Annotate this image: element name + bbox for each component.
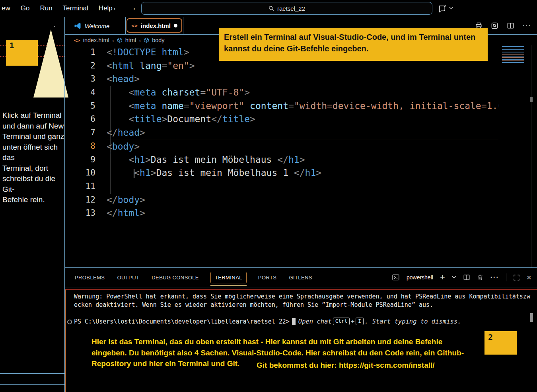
- annotation-top-line1: Erstell ein Terminal auf Visual-Studio-C…: [224, 31, 488, 43]
- panel-tab-debug-console[interactable]: DEBUG CONSOLE: [151, 272, 200, 283]
- panel-header: PROBLEMSOUTPUTDEBUG CONSOLETERMINALPORTS…: [64, 267, 537, 287]
- breadcrumb-body[interactable]: body: [152, 37, 164, 43]
- terminal-scrollbar-thumb[interactable]: [530, 313, 533, 322]
- code-line[interactable]: <h1>Das ist mein Möbelhaus 1 </h1>: [107, 166, 498, 180]
- command-center-search[interactable]: raetsel_22: [141, 2, 432, 15]
- back-arrow-icon[interactable]: ←: [112, 3, 121, 12]
- line-number: 4: [64, 86, 95, 99]
- code-line[interactable]: </head>: [107, 126, 498, 140]
- menu-item-terminal[interactable]: Terminal: [58, 4, 93, 12]
- minimap[interactable]: [502, 46, 524, 64]
- line-number: 13: [64, 207, 95, 220]
- more-icon[interactable]: ···: [490, 274, 499, 281]
- annotation-note-top: Erstell ein Terminal auf Visual-Studio-C…: [219, 28, 488, 61]
- search-value: raetsel_22: [277, 5, 305, 12]
- divider: [506, 273, 506, 281]
- close-panel-icon[interactable]: ×: [527, 273, 531, 281]
- more-actions-icon[interactable]: ···: [523, 22, 531, 29]
- line-number: 3: [64, 72, 95, 86]
- annotation-left-line: Terminal, dort: [2, 163, 69, 174]
- code-line[interactable]: [107, 180, 498, 193]
- left-strip-line: [0, 384, 64, 385]
- maximize-panel-icon[interactable]: [513, 274, 520, 281]
- tab-welcome[interactable]: Welcome: [68, 20, 115, 32]
- vscode-logo-icon: [74, 22, 81, 29]
- code-line[interactable]: <title>Document</title>: [107, 113, 498, 126]
- code-lines[interactable]: <!DOCTYPE html><html lang="en"><head> <m…: [107, 46, 498, 220]
- modified-dot-icon[interactable]: [174, 24, 177, 27]
- annotation-note-left: Klick auf Terminalund dann auf NewTermin…: [2, 110, 69, 205]
- copilot-button[interactable]: [438, 4, 453, 13]
- code-line[interactable]: <meta name="viewport" content="width=dev…: [107, 99, 498, 113]
- menu-bar: ewGoRunTerminalHelp ← → raetsel_22: [0, 0, 537, 17]
- line-number: 2: [64, 59, 95, 73]
- prompt-marker-icon: [67, 320, 72, 324]
- annotation-left-line: und dann auf New: [2, 121, 69, 132]
- split-terminal-icon[interactable]: [463, 274, 470, 281]
- sidebar-divider[interactable]: [64, 17, 65, 392]
- symbol-cube-icon: [144, 37, 149, 43]
- callout-box-1: 1: [6, 40, 38, 66]
- code-line[interactable]: <html lang="en">: [107, 59, 498, 73]
- search-editor-icon[interactable]: [491, 22, 498, 29]
- symbol-cube-icon: [117, 37, 123, 43]
- annotation-left-line: schreibst du die Git-: [2, 174, 69, 195]
- panel-tab-output[interactable]: OUTPUT: [116, 272, 140, 283]
- forward-arrow-icon[interactable]: →: [128, 3, 137, 12]
- menu-item-ew[interactable]: ew: [0, 4, 16, 12]
- terminal-area[interactable]: Warnung: PowerShell hat erkannt, dass Si…: [65, 289, 537, 392]
- code-tag-icon: <>: [74, 37, 80, 43]
- breadcrumb-file[interactable]: index.html: [83, 37, 109, 43]
- annotation-left-line: Terminal und ganz: [2, 131, 69, 142]
- trash-icon[interactable]: [477, 274, 484, 281]
- callout-2-label: 2: [488, 332, 517, 342]
- terminal-scrollbar-track[interactable]: [532, 290, 532, 392]
- new-terminal-icon[interactable]: +: [440, 273, 445, 281]
- menu-item-run[interactable]: Run: [35, 4, 57, 12]
- annotation-left-line: unten öffnet sich das: [2, 142, 69, 163]
- terminal-prompt: PS C:\Users\losti\Documents\developer\li…: [74, 318, 290, 325]
- copilot-icon: [438, 4, 447, 13]
- code-line[interactable]: <head>: [107, 72, 498, 86]
- code-line[interactable]: </body>: [107, 193, 498, 207]
- hint-plus: +: [351, 318, 354, 325]
- code-line[interactable]: </html>: [107, 207, 498, 220]
- shell-label[interactable]: powershell: [407, 274, 433, 281]
- panel-tabs: PROBLEMSOUTPUTDEBUG CONSOLETERMINALPORTS…: [74, 272, 313, 283]
- menu-items: ewGoRunTerminalHelp: [0, 0, 118, 17]
- code-line[interactable]: <h1>Das ist mein Möbelhaus </h1>: [107, 153, 498, 167]
- editor-scrollbar-thumb[interactable]: [530, 97, 533, 102]
- tab-index-label: index.html: [141, 22, 171, 29]
- arrow-up-triangle: [33, 29, 68, 98]
- callout-1-label: 1: [10, 41, 38, 50]
- tab-welcome-label: Welcome: [85, 23, 109, 29]
- code-editor[interactable]: 12345678910111213 <!DOCTYPE html><html l…: [64, 45, 537, 267]
- chevron-right-icon: ›: [112, 37, 114, 44]
- powershell-terminal-icon: [392, 273, 400, 281]
- panel-tab-ports[interactable]: PORTS: [257, 272, 278, 283]
- menu-item-go[interactable]: Go: [16, 4, 35, 12]
- git-download-note: Git bekommst du hier: https://git-scm.co…: [257, 361, 435, 370]
- panel-tab-terminal[interactable]: TERMINAL: [210, 272, 247, 283]
- keycap-i: I: [356, 318, 364, 325]
- code-tag-icon: <>: [131, 23, 138, 29]
- chevron-down-icon[interactable]: [452, 276, 456, 279]
- keycap-ctrl: Ctrl: [333, 318, 350, 325]
- editor-scrollbar-track[interactable]: [531, 45, 531, 267]
- split-editor-icon[interactable]: [507, 22, 514, 29]
- annotation-left-area: 1 Klick auf Terminalund dann auf NewTerm…: [0, 17, 64, 267]
- breadcrumb[interactable]: <> index.html › html › body: [74, 35, 165, 45]
- breadcrumb-html[interactable]: html: [125, 37, 136, 43]
- tab-index-html[interactable]: <> index.html: [126, 18, 182, 33]
- panel-tab-gitlens[interactable]: GITLENS: [288, 272, 313, 283]
- annotation-left-line: Klick auf Terminal: [2, 110, 69, 121]
- terminal-warning-line2: ecken deaktiviert. Wenn Sie es wieder ak…: [74, 301, 433, 308]
- annotation-left-line: Befehle rein.: [2, 195, 69, 205]
- terminal-prompt-row[interactable]: PS C:\Users\losti\Documents\developer\li…: [74, 318, 461, 325]
- terminal-warning-line1: Warnung: PowerShell hat erkannt, dass Si…: [74, 293, 530, 300]
- hint-open-chat: Open chat: [298, 318, 332, 325]
- code-line[interactable]: <meta charset="UTF-8">: [107, 86, 498, 99]
- search-icon: [268, 6, 274, 11]
- code-line[interactable]: <body>: [107, 140, 498, 153]
- panel-tab-problems[interactable]: PROBLEMS: [74, 272, 105, 283]
